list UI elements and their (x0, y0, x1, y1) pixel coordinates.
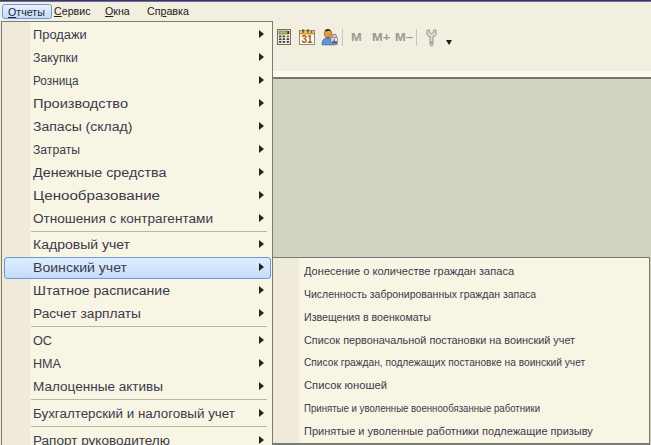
svg-text:31: 31 (302, 34, 314, 45)
